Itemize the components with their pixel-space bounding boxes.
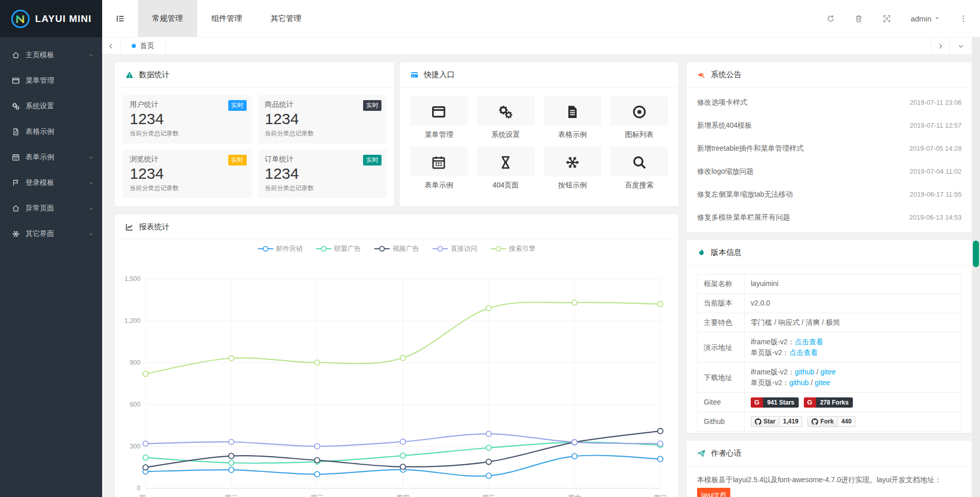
gitee-badge[interactable]: G941 Stars [751,397,799,408]
legend-item-邮件营销[interactable]: 邮件营销 [258,244,303,253]
link-点击查看[interactable]: 点击查看 [795,338,823,346]
table-row: GiteeG941 StarsG278 Forks [698,393,962,412]
header-tab-2[interactable]: 组件管理 [197,0,256,37]
announcement-text: 修复多模块菜单栏展开有问题 [697,213,790,222]
app-title: LAYUI MINI [35,13,92,25]
sidebar-item-1[interactable]: 主页模板 [0,42,102,68]
line-chart-icon [125,223,134,231]
legend-item-联盟广告[interactable]: 联盟广告 [316,244,361,253]
sidebar-item-8[interactable]: 其它界面 [0,221,102,247]
sidebar-item-3[interactable]: 系统设置 [0,93,102,119]
stat-label: 用户统计 [130,100,245,109]
version-value: layuimini [751,279,778,288]
gears-icon [498,102,513,120]
shortcut-菜单管理[interactable]: 菜单管理 [410,96,468,139]
panel-announcements: 系统公告 修改选项卡样式2019-07-11 23:06新增系统404模板201… [687,62,972,232]
announcement-date: 2019-06-17 11:55 [910,191,962,198]
link-github[interactable]: github [789,378,808,387]
announcement-item[interactable]: 修改logo缩放问题2019-07-04 11:02 [697,160,962,183]
table-row: 框架名称layuimini [698,274,962,294]
sidebar-item-7[interactable]: 异常页面 [0,196,102,221]
shortcut-图标列表[interactable]: 图标列表 [610,96,668,139]
panel-title: 系统公告 [711,70,742,80]
shortcut-表单示例[interactable]: 表单示例 [410,147,468,190]
shortcut-表格示例[interactable]: 表格示例 [544,96,602,139]
shortcut-label: 图标列表 [610,130,668,139]
svg-text:周三: 周三 [310,494,324,497]
legend-label: 搜索引擎 [509,244,536,253]
link-点击查看[interactable]: 点击查看 [789,348,818,357]
announcement-item[interactable]: 修复左侧菜单缩放tab无法移动2019-06-17 11:55 [697,183,962,206]
link-github[interactable]: github [795,368,814,376]
legend-item-搜索引擎[interactable]: 搜索引擎 [491,244,536,253]
link-gitee[interactable]: gitee [815,378,830,387]
svg-text:周二: 周二 [225,494,238,497]
announcement-date: 2019-07-05 14:28 [909,145,962,152]
tab-scroll-left-button[interactable] [102,37,121,54]
version-label: Github [698,412,745,432]
github-action-label: Star [763,418,775,425]
layuimini-dashboard: LAYUI MINI 主页模板菜单管理系统设置表格示例表单示例登录模板异常页面其… [0,0,980,497]
tab-active-dot [132,44,136,48]
refresh-icon[interactable] [826,14,835,23]
announcement-item[interactable]: 修复多模块菜单栏展开有问题2019-06-13 14:53 [697,206,962,229]
shortcut-百度搜索[interactable]: 百度搜索 [610,147,668,190]
announcement-item[interactable]: 新增treetable插件和菜单管理样式2019-07-05 14:28 [697,137,962,160]
legend-label: 视频广告 [393,244,419,253]
chevron-down-icon [88,180,94,186]
gears-icon [10,102,21,110]
shortcut-404页面[interactable]: 404页面 [477,147,535,190]
stat-value: 1234 [265,165,380,182]
fullscreen-icon[interactable] [882,14,891,23]
stat-value: 1234 [265,110,380,128]
main-content: 数据统计 用户统计1234当前分类总记录数实时商品统计1234当前分类总记录数实… [102,55,972,497]
shortcut-label: 系统设置 [477,130,535,139]
stat-card: 商品统计1234当前分类总记录数实时 [258,95,387,144]
shortcut-系统设置[interactable]: 系统设置 [477,96,535,139]
stat-label: 订单统计 [265,155,380,164]
link-gitee[interactable]: gitee [820,368,835,376]
announcement-item[interactable]: 修改选项卡样式2019-07-11 23:06 [697,91,962,114]
window-icon [10,77,21,85]
panel-shortcuts: 快捷入口 菜单管理系统设置表格示例图标列表表单示例404页面按钮示例百度搜索 [400,62,678,206]
tab-scroll-right-button[interactable] [931,37,949,54]
github-badge[interactable]: Star1,419 [751,416,802,427]
stat-label: 浏览统计 [130,155,245,164]
logo[interactable]: LAYUI MINI [0,0,102,37]
github-mark-icon [811,418,818,425]
sidebar-toggle-icon[interactable] [102,0,138,37]
sidebar-item-label: 主页模板 [26,51,54,60]
home-icon [10,204,21,212]
layui-doc-button[interactable]: layui文档 [697,488,730,497]
legend-item-直接访问[interactable]: 直接访问 [433,244,477,253]
svg-text:周五: 周五 [482,494,495,497]
svg-text:900: 900 [130,359,140,366]
window-icon [431,102,446,120]
github-badge[interactable]: Fork440 [807,416,855,427]
snowflake-icon [565,153,580,170]
snowflake-icon [10,230,21,238]
sidebar-item-label: 异常页面 [26,204,54,213]
sidebar-item-4[interactable]: 表格示例 [0,119,102,145]
shortcut-label: 菜单管理 [410,130,468,139]
trash-icon[interactable] [854,14,863,23]
scrollbar-thumb[interactable] [973,241,979,267]
legend-item-视频广告[interactable]: 视频广告 [374,244,419,253]
announcement-text: 修改logo缩放问题 [697,167,753,176]
tab-home[interactable]: 首页 [121,37,166,54]
shortcut-按钮示例[interactable]: 按钮示例 [544,147,602,190]
panel-title: 作者心语 [711,448,742,458]
announcement-item[interactable]: 新增系统404模板2019-07-11 12:57 [697,114,962,137]
header-tab-3[interactable]: 其它管理 [256,0,316,37]
vertical-scrollbar[interactable] [972,37,980,497]
panel-author-words: 作者心语 本模板基于layui2.5.4以及font-awesome-4.7.0… [687,441,972,497]
user-menu[interactable]: admin [911,14,940,23]
github-count: 440 [838,416,855,427]
sidebar-item-5[interactable]: 表单示例 [0,145,102,170]
tab-operations-button[interactable] [949,37,972,54]
sidebar-item-6[interactable]: 登录模板 [0,170,102,196]
header-tab-1[interactable]: 常规管理 [138,0,197,37]
gitee-badge[interactable]: G278 Forks [804,397,853,408]
more-menu-icon[interactable] [959,14,968,23]
sidebar-item-2[interactable]: 菜单管理 [0,68,102,93]
